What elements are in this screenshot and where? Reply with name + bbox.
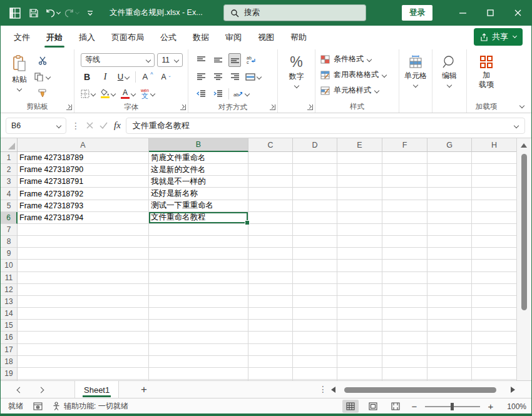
cell-H12[interactable]	[472, 284, 517, 296]
cell-E2[interactable]	[337, 164, 382, 176]
tab-data[interactable]: 数据	[185, 26, 217, 49]
cell-A14[interactable]	[18, 308, 149, 320]
tab-view[interactable]: 视图	[250, 26, 282, 49]
collapse-ribbon-icon[interactable]	[519, 103, 524, 108]
cell-A15[interactable]	[18, 320, 149, 332]
cell-D19[interactable]	[293, 368, 337, 380]
paste-button[interactable]: 粘贴	[9, 52, 29, 100]
cell-F10[interactable]	[382, 260, 427, 271]
cell-B10[interactable]	[149, 260, 248, 271]
cell-F11[interactable]	[382, 272, 427, 284]
cell-D3[interactable]	[293, 176, 337, 188]
format-painter-button[interactable]	[34, 86, 50, 100]
cell-G15[interactable]	[427, 320, 472, 332]
zoom-out-button[interactable]: −	[410, 401, 419, 412]
italic-button[interactable]: I	[99, 70, 111, 84]
cell-D15[interactable]	[293, 320, 337, 332]
cell-H8[interactable]	[472, 236, 517, 248]
cell-G7[interactable]	[427, 224, 472, 236]
bold-button[interactable]: B	[81, 70, 93, 84]
zoom-slider[interactable]	[425, 406, 480, 407]
cell-C8[interactable]	[248, 236, 293, 248]
cell-B13[interactable]	[149, 296, 248, 308]
vertical-scroll-thumb[interactable]	[521, 154, 527, 310]
row-header-9[interactable]: 9	[1, 248, 18, 260]
cell-H7[interactable]	[472, 224, 517, 236]
vertical-scrollbar[interactable]	[516, 138, 531, 398]
tab-home[interactable]: 开始	[38, 26, 71, 49]
cell-C9[interactable]	[248, 248, 293, 260]
sheet-tab-sheet1[interactable]: Sheet1	[74, 381, 119, 398]
cell-D12[interactable]	[293, 284, 337, 296]
cell-H3[interactable]	[472, 176, 517, 188]
undo-button[interactable]	[44, 4, 61, 22]
merge-center-button[interactable]	[245, 70, 261, 84]
cell-A8[interactable]	[18, 236, 149, 248]
cell-E19[interactable]	[337, 368, 382, 380]
cell-F14[interactable]	[382, 308, 427, 320]
cell-D17[interactable]	[293, 344, 337, 356]
tab-help[interactable]: 帮助	[282, 26, 315, 49]
cell-B16[interactable]	[149, 332, 248, 343]
cell-G5[interactable]	[427, 200, 472, 212]
cell-A6[interactable]: Frame 427318794	[18, 212, 149, 224]
font-name-combo[interactable]: 等线	[81, 53, 155, 67]
align-left-button[interactable]	[195, 70, 207, 84]
cell-D6[interactable]	[293, 212, 337, 224]
row-header-16[interactable]: 16	[1, 332, 18, 343]
minimize-button[interactable]	[449, 0, 476, 26]
cell-C19[interactable]	[248, 368, 293, 380]
cell-E5[interactable]	[337, 200, 382, 212]
editing-button[interactable]: 编辑	[439, 52, 459, 100]
cell-A16[interactable]	[18, 332, 149, 343]
cell-A13[interactable]	[18, 296, 149, 308]
cell-styles-button[interactable]: 单元格样式	[320, 83, 399, 98]
decrease-indent-button[interactable]	[195, 87, 207, 101]
orientation-button[interactable]: ab	[233, 87, 249, 101]
cell-H16[interactable]	[472, 332, 517, 343]
normal-view-button[interactable]	[342, 400, 359, 413]
cell-B18[interactable]	[149, 356, 248, 368]
column-header-E[interactable]: E	[337, 138, 382, 152]
cell-H6[interactable]	[472, 212, 517, 224]
cell-B9[interactable]	[149, 248, 248, 260]
row-header-7[interactable]: 7	[1, 224, 18, 236]
zoom-slider-thumb[interactable]	[451, 403, 454, 410]
cell-C1[interactable]	[248, 152, 293, 164]
cell-H14[interactable]	[472, 308, 517, 320]
borders-button[interactable]	[81, 87, 95, 101]
row-header-3[interactable]: 3	[1, 176, 18, 188]
cell-E4[interactable]	[337, 188, 382, 200]
align-center-button[interactable]	[212, 70, 224, 84]
cell-E1[interactable]	[337, 152, 382, 164]
cell-C5[interactable]	[248, 200, 293, 212]
cell-B12[interactable]	[149, 284, 248, 296]
cell-H19[interactable]	[472, 368, 517, 380]
cell-D1[interactable]	[293, 152, 337, 164]
tab-file[interactable]: 文件	[6, 26, 38, 49]
cell-A5[interactable]: Frame 427318793	[18, 200, 149, 212]
cell-B6[interactable]: 文件重命名教程	[149, 212, 248, 224]
cell-C6[interactable]	[248, 212, 293, 224]
column-header-F[interactable]: F	[382, 138, 427, 152]
cell-D7[interactable]	[293, 224, 337, 236]
horizontal-scroll-thumb[interactable]	[344, 387, 496, 393]
cell-F6[interactable]	[382, 212, 427, 224]
cell-C11[interactable]	[248, 272, 293, 284]
cell-D18[interactable]	[293, 356, 337, 368]
save-icon[interactable]	[26, 4, 42, 22]
quick-access-customize-icon[interactable]	[82, 4, 98, 22]
cell-D10[interactable]	[293, 260, 337, 271]
cell-G10[interactable]	[427, 260, 472, 271]
cell-A7[interactable]	[18, 224, 149, 236]
align-bottom-button[interactable]	[228, 53, 241, 67]
cell-E9[interactable]	[337, 248, 382, 260]
cell-F1[interactable]	[382, 152, 427, 164]
row-header-19[interactable]: 19	[1, 368, 18, 380]
clipboard-launcher-icon[interactable]	[66, 104, 72, 110]
cell-B5[interactable]: 测试一下重重命名	[149, 200, 248, 212]
cell-H4[interactable]	[472, 188, 517, 200]
tab-review[interactable]: 审阅	[217, 26, 250, 49]
cell-E15[interactable]	[337, 320, 382, 332]
increase-font-button[interactable]: A^	[141, 70, 154, 84]
